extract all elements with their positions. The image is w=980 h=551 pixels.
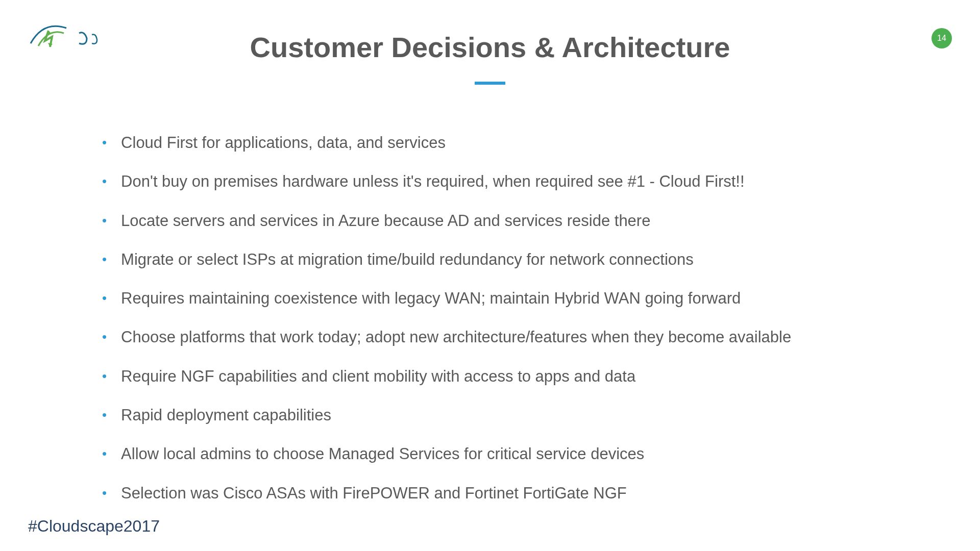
list-item: • Cloud First for applications, data, an… <box>97 133 939 153</box>
page-number-badge: 14 <box>932 28 952 48</box>
bullet-icon: • <box>102 483 107 503</box>
list-item: • Don't buy on premises hardware unless … <box>97 171 939 192</box>
bullet-icon: • <box>102 444 107 464</box>
bullet-icon: • <box>102 288 107 308</box>
bullet-text: Cloud First for applications, data, and … <box>121 133 939 153</box>
bullet-text: Migrate or select ISPs at migration time… <box>121 249 939 270</box>
list-item: • Locate servers and services in Azure b… <box>97 211 939 231</box>
bullet-text: Selection was Cisco ASAs with FirePOWER … <box>121 483 939 504</box>
company-logo <box>20 15 102 61</box>
title-underline <box>475 82 505 85</box>
list-item: • Migrate or select ISPs at migration ti… <box>97 249 939 270</box>
list-item: • Allow local admins to choose Managed S… <box>97 444 939 464</box>
bullet-text: Require NGF capabilities and client mobi… <box>121 366 939 387</box>
bullet-text: Don't buy on premises hardware unless it… <box>121 171 939 192</box>
bullet-text: Rapid deployment capabilities <box>121 405 939 425</box>
bullet-list: • Cloud First for applications, data, an… <box>97 133 939 522</box>
bullet-icon: • <box>102 133 107 153</box>
bullet-icon: • <box>102 405 107 425</box>
bullet-text: Locate servers and services in Azure bec… <box>121 211 939 231</box>
bullet-icon: • <box>102 249 107 269</box>
slide-title: Customer Decisions & Architecture <box>250 31 730 64</box>
bullet-icon: • <box>102 366 107 386</box>
bullet-text: Requires maintaining coexistence with le… <box>121 288 939 309</box>
bullet-text: Choose platforms that work today; adopt … <box>121 327 939 347</box>
bullet-icon: • <box>102 171 107 191</box>
page-number: 14 <box>937 34 946 43</box>
list-item: • Requires maintaining coexistence with … <box>97 288 939 309</box>
footer-hashtag: #Cloudscape2017 <box>28 517 160 536</box>
list-item: • Require NGF capabilities and client mo… <box>97 366 939 387</box>
list-item: • Selection was Cisco ASAs with FirePOWE… <box>97 483 939 504</box>
bullet-icon: • <box>102 327 107 347</box>
list-item: • Choose platforms that work today; adop… <box>97 327 939 347</box>
list-item: • Rapid deployment capabilities <box>97 405 939 425</box>
bullet-icon: • <box>102 211 107 231</box>
svg-marker-1 <box>48 43 53 47</box>
bullet-text: Allow local admins to choose Managed Ser… <box>121 444 939 464</box>
